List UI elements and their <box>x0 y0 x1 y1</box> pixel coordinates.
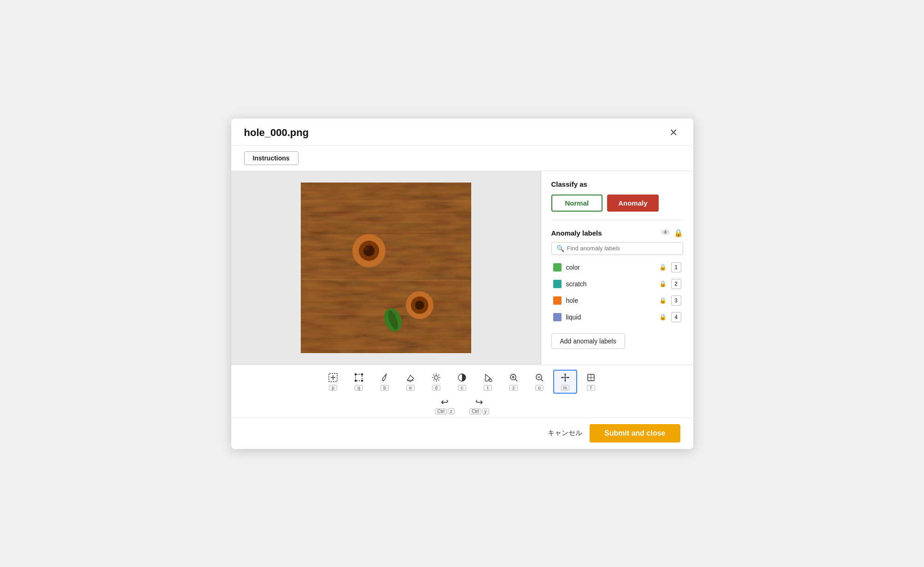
contrast-tool[interactable]: c <box>450 370 474 393</box>
zoom-out-tool-key: o <box>535 385 544 391</box>
lock-icon-button[interactable]: 🔒 <box>674 229 683 237</box>
undo-redo-row: ↩ Ctrl z ↪ Ctrl y <box>435 396 489 414</box>
label-name: scratch <box>566 280 655 288</box>
tool-row-main: p q b e <box>321 370 603 394</box>
svg-rect-31 <box>355 380 357 382</box>
wood-image <box>301 183 471 353</box>
toolbar-row: Instructions <box>231 146 693 171</box>
sidebar: Classify as Normal Anomaly Anomaly label… <box>541 171 693 365</box>
eraser-tool-icon <box>405 372 415 384</box>
add-bbox-tool-key: p <box>329 385 337 391</box>
zoom-out-tool[interactable]: o <box>527 370 551 393</box>
classify-buttons: Normal Anomaly <box>551 195 683 212</box>
svg-line-41 <box>439 374 439 375</box>
label-list: color 🔒 1 scratch 🔒 2 hole 🔒 3 liquid 🔒 … <box>551 260 683 325</box>
label-name: hole <box>566 297 655 304</box>
normal-button[interactable]: Normal <box>551 195 603 212</box>
anomaly-labels-header: Anomaly labels 👁 🔒 <box>551 229 683 237</box>
brush-tool-icon <box>380 372 390 384</box>
svg-marker-54 <box>564 373 566 375</box>
brightness-tool-icon <box>431 372 441 384</box>
search-input[interactable] <box>567 245 678 252</box>
add-labels-button[interactable]: Add anomaly labels <box>551 333 625 349</box>
eye-icon-button[interactable]: 👁 <box>662 229 669 237</box>
instructions-button[interactable]: Instructions <box>244 151 298 165</box>
undo-ctrl-key: Ctrl <box>435 408 447 414</box>
fill-tool[interactable]: t <box>476 370 500 393</box>
label-color-swatch <box>553 296 561 305</box>
svg-line-42 <box>433 379 434 380</box>
modal-footer: キャンセル Submit and close <box>231 417 693 449</box>
label-lock-icon: 🔒 <box>659 313 667 320</box>
modal-header: hole_000.png ✕ <box>231 118 693 146</box>
svg-point-18 <box>363 245 374 256</box>
add-bbox-tool-icon <box>328 372 338 384</box>
close-button[interactable]: ✕ <box>667 127 680 139</box>
cancel-button[interactable]: キャンセル <box>548 429 582 437</box>
search-box[interactable]: 🔍 <box>551 242 683 255</box>
zoom-out-tool-icon <box>534 372 544 384</box>
svg-rect-28 <box>356 374 362 381</box>
undo-button[interactable]: ↩ Ctrl z <box>435 396 455 414</box>
redo-keys: Ctrl y <box>469 408 489 414</box>
eraser-tool[interactable]: e <box>398 370 422 393</box>
brightness-tool[interactable]: d <box>424 370 448 393</box>
submit-button[interactable]: Submit and close <box>590 424 680 443</box>
undo-keys: Ctrl z <box>435 408 455 414</box>
search-icon: 🔍 <box>556 245 564 252</box>
add-bbox-tool[interactable]: p <box>321 370 345 393</box>
modal-body: Classify as Normal Anomaly Anomaly label… <box>231 171 693 365</box>
canvas-area <box>231 171 541 365</box>
main-modal: hole_000.png ✕ Instructions <box>231 118 693 449</box>
classify-section: Classify as Normal Anomaly <box>551 180 683 220</box>
label-lock-icon: 🔒 <box>659 264 667 271</box>
contrast-tool-icon <box>457 372 467 384</box>
svg-rect-29 <box>355 373 357 375</box>
anomaly-button[interactable]: Anomaly <box>607 195 658 212</box>
list-item[interactable]: scratch 🔒 2 <box>551 276 683 292</box>
edit-bbox-tool[interactable]: q <box>347 370 371 393</box>
brush-tool[interactable]: b <box>373 370 397 393</box>
brightness-tool-key: d <box>432 385 440 391</box>
svg-marker-55 <box>564 380 566 382</box>
fit-tool[interactable]: f <box>579 370 603 393</box>
label-lock-icon: 🔒 <box>659 297 667 304</box>
edit-bbox-tool-key: q <box>355 385 363 391</box>
svg-marker-57 <box>567 377 569 378</box>
svg-line-39 <box>433 374 434 375</box>
tool-bar: p q b e <box>231 365 693 417</box>
svg-line-46 <box>515 379 518 381</box>
svg-line-40 <box>439 379 439 380</box>
label-name: liquid <box>566 313 655 321</box>
move-tool-key: m <box>561 385 569 391</box>
zoom-in-tool-icon <box>509 372 519 384</box>
label-color-swatch <box>553 313 561 321</box>
svg-rect-32 <box>361 380 363 382</box>
redo-icon: ↪ <box>475 396 483 408</box>
fill-tool-icon <box>483 372 493 384</box>
redo-y-key: y <box>482 408 489 414</box>
svg-point-22 <box>415 301 424 310</box>
anomaly-labels-title: Anomaly labels <box>551 229 602 237</box>
label-color-swatch <box>553 263 561 272</box>
svg-marker-56 <box>561 377 563 378</box>
label-number: 4 <box>671 312 681 322</box>
edit-bbox-tool-icon <box>354 372 364 384</box>
anomaly-labels-icons: 👁 🔒 <box>662 229 683 237</box>
label-number: 1 <box>671 262 681 272</box>
list-item[interactable]: hole 🔒 3 <box>551 293 683 308</box>
svg-line-50 <box>541 379 544 381</box>
undo-icon: ↩ <box>441 396 449 408</box>
move-tool[interactable]: m <box>553 370 577 394</box>
anomaly-labels-section: Anomaly labels 👁 🔒 🔍 color 🔒 1 <box>551 220 683 349</box>
zoom-in-tool[interactable]: z <box>502 370 526 393</box>
svg-point-44 <box>489 379 492 382</box>
redo-button[interactable]: ↪ Ctrl y <box>469 396 489 414</box>
svg-point-19 <box>364 247 369 250</box>
undo-z-key: z <box>448 408 455 414</box>
svg-point-34 <box>434 376 438 379</box>
list-item[interactable]: color 🔒 1 <box>551 260 683 275</box>
fit-tool-icon <box>586 372 596 384</box>
list-item[interactable]: liquid 🔒 4 <box>551 309 683 325</box>
move-tool-icon <box>560 372 570 384</box>
